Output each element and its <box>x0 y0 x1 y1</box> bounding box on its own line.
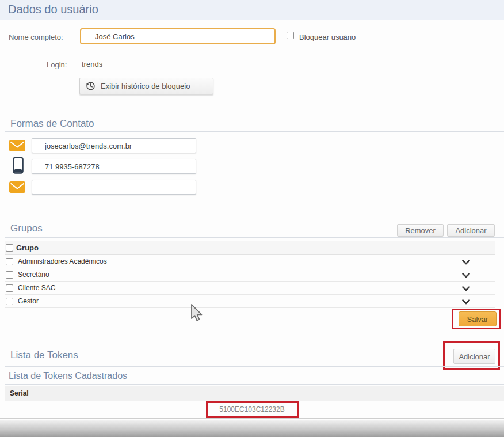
save-button[interactable]: Salvar <box>459 311 497 326</box>
name-label: Nome completo: <box>9 33 63 41</box>
block-user-checkbox[interactable] <box>287 32 294 39</box>
group-row[interactable]: Cliente SAC <box>5 282 495 295</box>
groups-section-heading: Grupos <box>10 223 43 234</box>
login-value: trends <box>82 60 102 69</box>
contact-section-heading: Formas de Contato <box>10 118 94 130</box>
group-row[interactable]: Secretário <box>5 268 495 282</box>
user-data-page: Dados do usuário Nome completo: Bloquear… <box>0 0 504 437</box>
group-checkbox[interactable] <box>6 258 13 265</box>
group-checkbox[interactable] <box>6 284 13 292</box>
phone-icon <box>13 157 24 176</box>
registered-tokens-divider <box>5 384 504 385</box>
select-all-groups-checkbox[interactable] <box>6 244 13 252</box>
show-block-history-button[interactable]: Exibir histórico de bloqueio <box>79 78 213 94</box>
add-group-button[interactable]: Adicionar <box>447 224 495 237</box>
panel-left-border <box>5 20 5 419</box>
groups-section-divider <box>5 237 504 238</box>
bottom-fade-bar <box>0 420 504 437</box>
history-clock-icon <box>86 81 96 91</box>
mouse-cursor-icon <box>190 304 204 326</box>
tokens-section-divider <box>5 366 504 367</box>
serial-column-header-row: Serial <box>5 386 504 401</box>
groups-column-header: Grupo <box>16 244 39 252</box>
chevron-down-icon[interactable] <box>462 272 470 280</box>
page-title: Dados do usuário <box>8 3 98 16</box>
login-label: Login: <box>47 60 67 69</box>
registered-tokens-heading: Lista de Tokens Cadastrados <box>9 371 127 381</box>
page-header: Dados do usuário <box>0 0 504 20</box>
chevron-down-icon[interactable] <box>462 298 470 306</box>
groups-table-header-row: Grupo <box>5 241 495 255</box>
block-user-label: Bloquear usuário <box>299 33 356 41</box>
group-label: Secretário <box>18 271 49 279</box>
group-checkbox[interactable] <box>6 271 13 279</box>
contact-phone-input[interactable] <box>32 159 196 174</box>
email-icon <box>9 181 25 195</box>
chevron-down-icon[interactable] <box>462 285 470 293</box>
contact-section-divider <box>5 131 504 132</box>
contact-email-input[interactable] <box>32 138 196 153</box>
group-row[interactable]: Administradores Acadêmicos <box>5 255 495 268</box>
group-label: Cliente SAC <box>18 284 55 292</box>
groups-table: Grupo Administradores Acadêmicos Secretá… <box>5 241 495 308</box>
group-checkbox[interactable] <box>6 298 13 305</box>
email-icon <box>9 140 25 154</box>
add-token-button[interactable]: Adicionar <box>453 349 495 364</box>
name-input[interactable] <box>80 28 276 44</box>
chevron-down-icon[interactable] <box>462 259 470 267</box>
remove-group-button[interactable]: Remover <box>397 224 444 237</box>
group-label: Administradores Acadêmicos <box>18 257 107 265</box>
serial-highlight-box <box>206 401 299 418</box>
show-block-history-label: Exibir histórico de bloqueio <box>101 82 190 90</box>
contact-extra-email-input[interactable] <box>32 180 196 195</box>
group-row[interactable]: Gestor <box>5 295 495 308</box>
tokens-section-heading: Lista de Tokens <box>10 349 78 361</box>
group-label: Gestor <box>18 297 39 305</box>
serial-column-header: Serial <box>10 389 29 397</box>
